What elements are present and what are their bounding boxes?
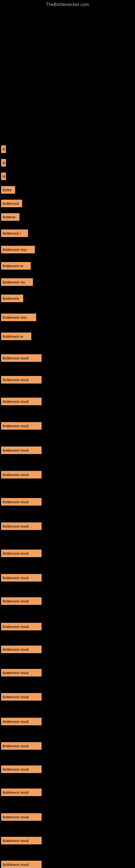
result-bar: Bottleneck result	[1, 837, 42, 844]
result-bar: Bottleneck re	[1, 333, 31, 340]
result-bar: Bottleneck result	[1, 498, 42, 506]
result-bar: Bottleneck result	[1, 693, 42, 701]
result-bar: Bottleneck result	[1, 376, 42, 383]
result-bar: Bottleneck result	[1, 788, 42, 796]
result-bar: Bottleneck	[1, 199, 22, 207]
result-bar: Bottleneck result	[1, 471, 42, 478]
result-bar: Bottleneck result	[1, 861, 42, 868]
result-bar: Bottle	[1, 186, 15, 194]
result-bar: Bottleneck result	[1, 718, 42, 725]
result-bar: Bottleneck result	[1, 354, 42, 362]
result-bar: Bottleneck result	[1, 669, 42, 677]
result-bar: Bottleneck result	[1, 646, 42, 653]
result-bar: Bottleneck result	[1, 422, 42, 430]
result-bar: Bottleneck resu	[1, 246, 35, 253]
result-bar: Bottleneck result	[1, 446, 42, 454]
result-bar: Bottlene	[1, 213, 19, 221]
result-bar: Bottleneck result	[1, 522, 42, 530]
result-bar: Bottleneck res	[1, 278, 33, 286]
result-bar: Bottleneck result	[1, 550, 42, 557]
result-bar: Bottleneck	[1, 294, 23, 302]
site-title: TheBottlenecker.com	[0, 0, 135, 7]
result-bar: Bottleneck r	[1, 229, 28, 237]
result-bar: Bottleneck result	[1, 766, 42, 773]
result-bar: Bottleneck result	[1, 597, 42, 605]
result-bar: Bottleneck result	[1, 398, 42, 405]
result-bar: Bottleneck result	[1, 742, 42, 750]
result-bar: B	[1, 173, 6, 180]
result-bar: Bottleneck result	[1, 574, 42, 582]
result-bar: Bottleneck result	[1, 623, 42, 630]
result-bar: Bottleneck resu	[1, 314, 36, 321]
result-bar: B	[1, 159, 6, 166]
result-bar: Bottleneck result	[1, 813, 42, 821]
result-bar: B	[1, 145, 6, 153]
result-bar: Bottleneck re	[1, 262, 31, 270]
